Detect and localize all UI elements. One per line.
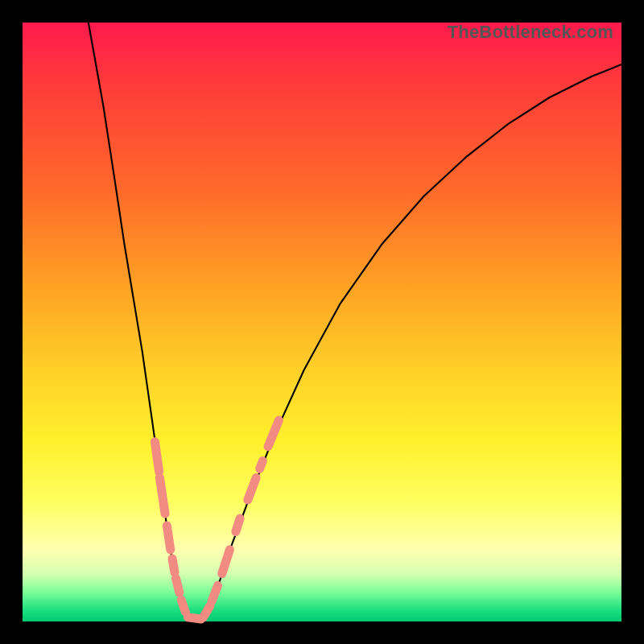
highlight-seg-3 <box>172 559 175 572</box>
chart-frame: TheBottleneck.com <box>0 0 644 644</box>
highlight-overlay <box>155 420 279 619</box>
highlight-seg-1 <box>159 477 165 514</box>
highlight-seg-10 <box>236 518 240 531</box>
highlight-seg-2 <box>167 526 170 550</box>
highlight-seg-7 <box>204 606 210 617</box>
highlight-seg-9 <box>222 550 230 574</box>
highlight-seg-11 <box>248 477 256 500</box>
highlight-seg-0 <box>155 442 159 472</box>
highlight-seg-12 <box>260 461 263 469</box>
highlight-seg-8 <box>212 585 217 601</box>
curve-right-branch <box>205 64 621 617</box>
curve-layer <box>23 23 621 621</box>
highlight-seg-5 <box>181 600 185 612</box>
curve-left-branch <box>89 23 188 617</box>
highlight-seg-13 <box>268 420 279 447</box>
highlight-seg-4 <box>175 578 179 592</box>
plot-area: TheBottleneck.com <box>23 23 621 621</box>
